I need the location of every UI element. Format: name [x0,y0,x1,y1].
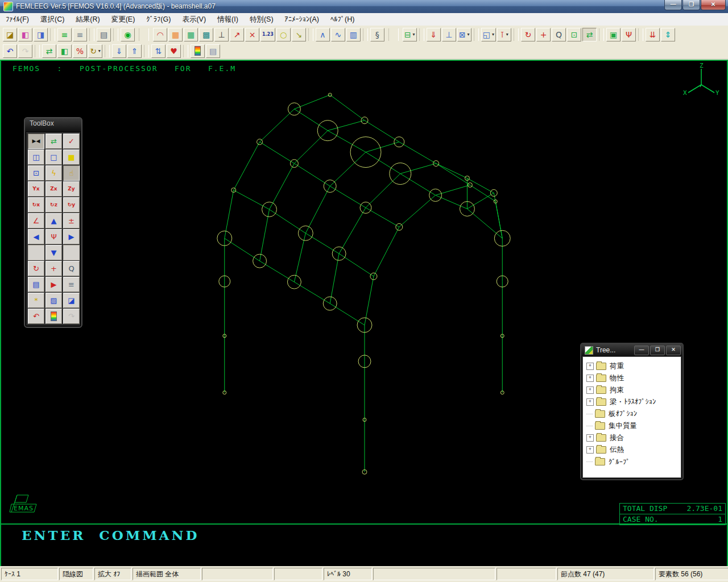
menu-file[interactable]: ﾌｧｲﾙ(F) [0,14,35,26]
angle-step-button[interactable]: ∠ [28,213,44,228]
title-bar[interactable]: FEMLEEG Ver.5 [FEMOS V16.0.4] (Advanced版… [0,0,728,13]
mouse-rotate-button[interactable]: ↻ [28,261,44,276]
vector-all-button[interactable]: × [245,28,259,41]
command-prompt[interactable]: ENTER COMMAND [22,527,199,543]
contour-rainbow-button[interactable]: ◠ [153,28,167,41]
restore-button[interactable]: ❐ [682,0,700,10]
step-updown-button[interactable]: ⇕ [661,28,675,41]
redo-button[interactable]: ↷ [18,44,32,58]
anim-rotate-button[interactable]: ↻▾ [88,44,102,58]
cube-wireframe-button[interactable]: ◫ [28,149,44,165]
graph-line-button[interactable]: ∿ [331,28,345,41]
view-yx-button[interactable]: Yx [28,181,44,197]
section-cut-button[interactable]: ◱▾ [481,28,496,41]
tree-item-heat[interactable]: +伝熱 [586,444,679,456]
anim-scale-button[interactable]: % [73,44,87,58]
print-button[interactable]: ▤ [97,28,111,41]
case-load-pick-dropdown[interactable]: ▾ [468,32,470,37]
tree-item-plate-options[interactable]: 板ｵﾌﾟｼｮﾝ [586,408,679,420]
anim-swap-button[interactable]: ⇄ [42,44,56,58]
play-animation-button[interactable]: ▶ [46,277,62,292]
list-output-button[interactable]: ▤ [28,277,44,292]
tree-item-constraints[interactable]: +拘束 [586,384,679,396]
show-values-button[interactable]: 1.23 [260,28,275,41]
cube-solid-button[interactable]: ■ [63,149,80,165]
redo-view-button[interactable]: ↷ [63,309,80,324]
vector-single-button[interactable]: ↗ [230,28,244,41]
copy-refresh-button[interactable]: ⇄ [46,134,62,149]
graph-area-button[interactable]: ∧ [316,28,330,41]
color-scale-button[interactable]: ▮ [191,44,205,58]
view-zy-button[interactable]: Zy [63,181,80,197]
graph-bar-button[interactable]: ▥ [346,28,361,41]
tree-expander-icon[interactable]: + [586,434,594,442]
open-model-button[interactable]: ◪ [3,28,17,41]
mesh-color-alt-button[interactable]: ▩ [199,28,213,41]
cube-hidden-button[interactable]: ⊡ [28,165,44,181]
display-mode-dropdown[interactable]: ▾ [413,32,415,37]
undo-button[interactable]: ↶ [3,44,17,58]
section-mark-button[interactable]: ⊺▾ [497,28,511,41]
case-next-button[interactable]: ⇑ [127,44,142,58]
tree-item-loads[interactable]: +荷重 [586,360,679,372]
zoom-in-out-button[interactable]: ± [63,213,80,228]
graphics-canvas[interactable]: FEMOS : POST-PROCESSOR FOR F.E.M Z X Y T… [0,60,728,566]
capture-image-button[interactable]: ◉ [121,28,135,41]
report-list-button[interactable]: § [370,28,384,41]
undo-view-button[interactable]: ↶ [28,309,44,324]
view-down-button[interactable]: ▼ [46,245,62,260]
menu-view[interactable]: 表示(V) [176,14,212,26]
mesh-color-button[interactable]: ▦ [184,28,198,41]
zoom-view-button[interactable]: Q [552,28,566,41]
rotate-view-button[interactable]: ↻ [521,28,535,41]
tree-minimize-button[interactable]: — [634,346,649,355]
case-load-pick-button[interactable]: ⊠▾ [457,28,471,41]
toolbox-palette[interactable]: ToolBox ▶◀⇄✓◫□■⊡ϟ☝YxZxZy↻x↻z↻y∠▲±◀Ψ▶▼↻+Q… [24,117,82,328]
tree-expander-icon[interactable]: + [586,386,594,394]
section-cut-dropdown[interactable]: ▾ [492,32,494,37]
menu-info[interactable]: 情報(I) [212,14,244,26]
tree-item-beam-truss-options[interactable]: +梁・ﾄﾗｽｵﾌﾟｼｮﾝ [586,396,679,408]
tree-expander-icon[interactable]: + [586,375,594,382]
view-zx-button[interactable]: Zx [46,181,62,197]
tree-item-joints[interactable]: +接合 [586,432,679,444]
anim-pages-button[interactable]: ◧ [57,44,72,58]
result-layers-off-button[interactable]: ≡ [73,28,87,41]
menu-special[interactable]: 特別(S) [244,14,279,26]
tree-restore-button[interactable]: ❐ [650,346,665,355]
menu-help[interactable]: ﾍﾙﾌﾟ(H) [325,14,360,26]
menu-animation[interactable]: ｱﾆﾒｰｼｮﾝ(A) [279,14,325,26]
frame-select-button[interactable]: ▣ [606,28,621,41]
mouse-pan-button[interactable]: + [46,261,62,276]
deform-display-button[interactable]: ♥ [167,44,181,58]
tree-expander-icon[interactable]: + [586,446,594,454]
close-button[interactable]: ✕ [701,0,726,10]
tree-item-group[interactable]: ｸﾞﾙｰﾌﾟ [586,456,679,468]
list-table-button[interactable]: ▤ [206,44,220,58]
case-load-base-button[interactable]: ⊥ [442,28,456,41]
fit-view-button[interactable]: ⊡ [567,28,581,41]
show-nodes-button[interactable]: ○ [276,28,291,41]
move-axis-button[interactable]: ⇅ [151,44,166,58]
tree-expander-icon[interactable]: + [586,363,594,370]
print-view-button[interactable]: ≡ [63,277,80,292]
move-model-button[interactable]: ⇄ [582,28,597,41]
case-load-down-button[interactable]: ⇓ [427,28,441,41]
cube-pick-button[interactable]: ☝ [63,165,80,181]
tree-close-button[interactable]: ✕ [666,346,681,355]
cube-outline-button[interactable]: □ [46,149,62,165]
cube-result-button[interactable]: ϟ [46,165,62,181]
view-left-button[interactable]: ◀ [28,229,44,244]
copy-display-alt-button[interactable]: ◨ [34,28,48,41]
view-right-button[interactable]: ▶ [63,229,80,244]
tree-item-material[interactable]: +物性 [586,372,679,384]
menu-change[interactable]: 変更(E) [106,14,141,26]
display-mode-button[interactable]: ⊟▾ [403,28,417,41]
probe-value-button[interactable]: ↘ [292,28,306,41]
anim-rotate-dropdown[interactable]: ▾ [98,48,101,53]
rotate-z-button[interactable]: ↻z [46,197,62,213]
tree-window[interactable]: Tree... — ❐ ✕ +荷重+物性+拘束+梁・ﾄﾗｽｵﾌﾟｼｮﾝ板ｵﾌﾟｼ… [580,343,684,480]
result-tree-axis-button[interactable]: Ψ [622,28,636,41]
hatch-elements-button[interactable]: ▨ [46,293,62,308]
menu-result[interactable]: 結果(R) [70,14,105,26]
